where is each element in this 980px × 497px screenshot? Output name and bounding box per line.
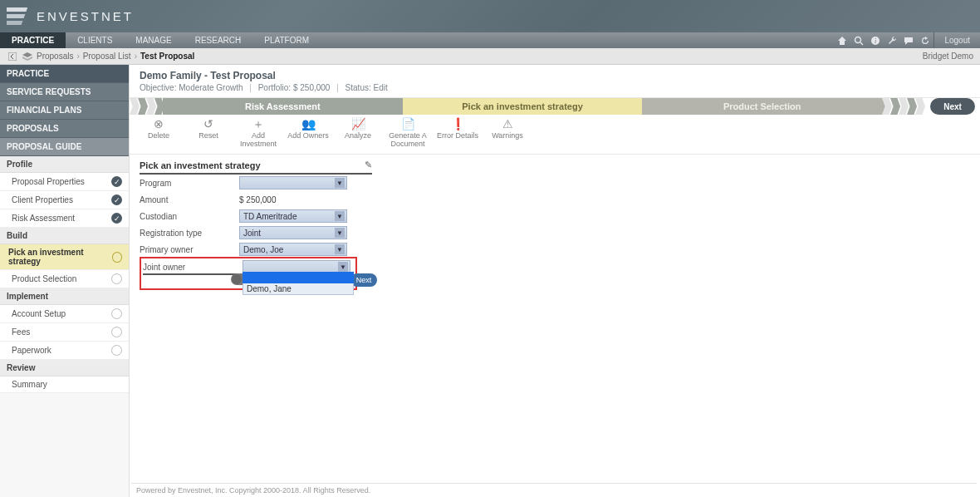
registration-label: Registration type [140, 229, 239, 238]
document-icon: 📄 [401, 118, 415, 130]
tool-warnings[interactable]: ⚠Warnings [487, 118, 528, 149]
tool-generate-doc[interactable]: 📄Generate A Document [387, 118, 429, 149]
form-zone: Pick an investment strategy ✎ Program ▼ … [130, 155, 980, 295]
delete-icon: ⊗ [154, 118, 164, 130]
side-label: Pick an investment strategy [8, 248, 112, 266]
chevrons-right [882, 98, 924, 115]
side-label: Account Setup [12, 309, 66, 318]
side-paperwork[interactable]: Paperwork [0, 342, 129, 360]
nav-tab-manage[interactable]: MANAGE [124, 32, 183, 48]
joint-owner-highlight: Joint owner ▼ Next Demo, Jane [140, 257, 357, 290]
step-product-selection[interactable]: Product Selection [642, 98, 882, 115]
side-label: Proposal Properties [12, 177, 85, 186]
stack-icon[interactable] [22, 51, 33, 62]
logo-icon [7, 6, 32, 27]
wrench-icon[interactable] [884, 32, 900, 48]
primary-owner-dropdown[interactable]: Demo, Joe ▼ [239, 243, 347, 256]
joint-owner-label: Joint owner [143, 263, 243, 272]
main-content: Demo Family - Test Proposal Objective: M… [130, 65, 980, 497]
tool-add-investment[interactable]: ＋Add Investment [238, 118, 279, 149]
section-build: Build [0, 228, 129, 244]
svg-line-4 [860, 42, 863, 45]
info-icon[interactable]: i [867, 32, 884, 48]
check-icon: ✓ [111, 194, 122, 205]
nav-tab-practice[interactable]: PRACTICE [0, 32, 66, 48]
check-icon: ✓ [111, 213, 122, 224]
svg-rect-2 [7, 21, 22, 25]
nav-tab-platform[interactable]: PLATFORM [252, 32, 321, 48]
chevron-down-icon: ▼ [335, 178, 345, 188]
tool-reset[interactable]: ↺Reset [188, 118, 229, 149]
search-icon[interactable] [850, 32, 867, 48]
nav-tab-clients[interactable]: CLIENTS [66, 32, 124, 48]
refresh-icon[interactable] [917, 32, 933, 48]
svg-rect-7 [8, 52, 17, 61]
leftnav-practice[interactable]: PRACTICE [0, 65, 129, 83]
logout-link[interactable]: Logout [933, 32, 980, 48]
program-dropdown[interactable]: ▼ [239, 176, 347, 189]
current-icon [112, 252, 122, 263]
nav-tab-research[interactable]: RESEARCH [184, 32, 253, 48]
side-account-setup[interactable]: Account Setup [0, 305, 129, 323]
amount-value: $ 250,000 [239, 195, 347, 204]
error-icon: ❗ [451, 118, 465, 130]
side-label: Summary [12, 380, 47, 389]
page-title: Demo Family - Test Proposal [140, 70, 970, 81]
back-icon[interactable] [7, 51, 18, 62]
side-proposal-properties[interactable]: Proposal Properties ✓ [0, 173, 129, 191]
joint-owner-option-blank[interactable] [243, 272, 354, 283]
todo-icon [111, 308, 122, 319]
tool-label: Add Owners [287, 132, 329, 140]
crumb-proposals[interactable]: Proposals [37, 52, 73, 61]
side-pick-strategy[interactable]: Pick an investment strategy [0, 244, 129, 270]
custodian-dropdown[interactable]: TD Ameritrade ▼ [239, 209, 347, 223]
tool-label: Delete [148, 132, 169, 140]
crumb-current: Test Proposal [140, 52, 194, 61]
tool-analyze[interactable]: 📈Analyze [337, 118, 379, 149]
step-risk-assessment[interactable]: Risk Assessment [163, 98, 403, 115]
side-summary[interactable]: Summary [0, 376, 129, 393]
brand-bar: ENVESTNET [0, 0, 980, 32]
tool-delete[interactable]: ⊗Delete [138, 118, 179, 149]
leftnav-proposals[interactable]: PROPOSALS [0, 120, 129, 138]
edit-icon[interactable]: ✎ [365, 160, 372, 170]
tool-error-details[interactable]: ❗Error Details [437, 118, 478, 149]
svg-text:i: i [875, 37, 876, 45]
next-button[interactable]: Next [930, 98, 975, 115]
todo-icon [111, 345, 122, 356]
crumb-sep: › [76, 52, 79, 61]
primary-owner-value: Demo, Joe [243, 245, 283, 254]
breadcrumb-bar: Proposals › Proposal List › Test Proposa… [0, 48, 980, 65]
leftnav-service-requests[interactable]: SERVICE REQUESTS [0, 83, 129, 101]
side-label: Risk Assessment [12, 214, 75, 223]
tool-label: Generate A Document [387, 132, 429, 149]
tool-add-owners[interactable]: 👥Add Owners [287, 118, 329, 149]
side-risk-assessment[interactable]: Risk Assessment ✓ [0, 209, 129, 228]
small-next-button[interactable]: Next [350, 273, 377, 287]
joint-owner-option-jane[interactable]: Demo, Jane [243, 283, 354, 295]
step-pick-strategy[interactable]: Pick an investment strategy [403, 98, 643, 115]
tool-label: Reset [198, 132, 218, 140]
leftnav-financial-plans[interactable]: FINANCIAL PLANS [0, 101, 129, 120]
registration-dropdown[interactable]: Joint ▼ [239, 226, 347, 239]
leftnav-proposal-guide[interactable]: PROPOSAL GUIDE [0, 138, 129, 156]
side-label: Client Properties [12, 195, 73, 204]
analyze-icon: 📈 [351, 118, 365, 130]
chat-icon[interactable] [900, 32, 917, 48]
custodian-label: Custodian [140, 212, 239, 221]
side-product-selection[interactable]: Product Selection [0, 270, 129, 288]
people-icon: 👥 [301, 118, 316, 130]
primary-nav: PRACTICE CLIENTS MANAGE RESEARCH PLATFOR… [0, 32, 980, 48]
crumb-proposal-list[interactable]: Proposal List [83, 52, 131, 61]
joint-owner-dropdown-open: Demo, Jane [243, 272, 354, 295]
tool-label: Error Details [437, 132, 478, 140]
program-label: Program [140, 179, 239, 188]
side-client-properties[interactable]: Client Properties ✓ [0, 191, 129, 209]
left-sidebar: PRACTICE SERVICE REQUESTS FINANCIAL PLAN… [0, 65, 130, 497]
page-header: Demo Family - Test Proposal Objective: M… [130, 65, 980, 98]
amount-label: Amount [140, 195, 239, 204]
section-review: Review [0, 360, 129, 376]
side-fees[interactable]: Fees [0, 323, 129, 342]
home-icon[interactable] [834, 32, 850, 48]
step-label: Risk Assessment [245, 101, 321, 111]
